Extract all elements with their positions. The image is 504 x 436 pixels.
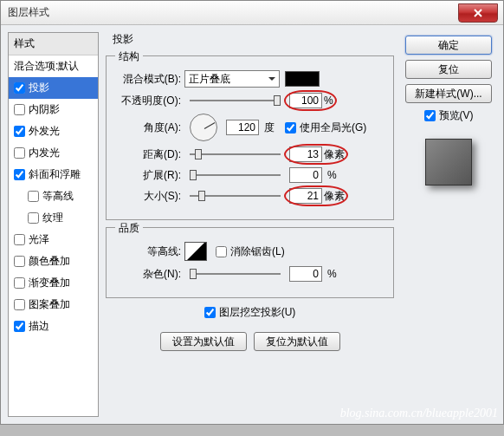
- opacity-slider[interactable]: [190, 100, 281, 101]
- opacity-label: 不透明度(O):: [113, 94, 181, 108]
- distance-slider[interactable]: [190, 153, 281, 155]
- contour-picker[interactable]: [184, 242, 207, 261]
- blend-mode-select[interactable]: 正片叠底: [184, 70, 280, 88]
- spread-label: 扩展(R):: [113, 168, 181, 183]
- distance-input[interactable]: [289, 146, 322, 162]
- close-icon: [473, 8, 483, 18]
- new-style-button[interactable]: 新建样式(W)...: [405, 84, 492, 103]
- noise-input[interactable]: [289, 266, 322, 282]
- reset-default-button[interactable]: 复位为默认值: [254, 332, 340, 351]
- global-light-checkbox[interactable]: 使用全局光(G): [285, 120, 366, 135]
- watermark: blog.sina.com.cn/blueapple2001: [340, 407, 498, 420]
- sidebar-item-6[interactable]: 纹理: [9, 207, 98, 229]
- preview-checkbox[interactable]: 预览(V): [424, 108, 474, 123]
- sidebar-header: 样式: [9, 33, 98, 55]
- size-slider[interactable]: [190, 195, 281, 197]
- window-title: 图层样式: [8, 5, 49, 20]
- distance-label: 距离(D):: [113, 147, 181, 162]
- sidebar-item-3[interactable]: 内发光: [9, 142, 98, 164]
- spread-slider[interactable]: [190, 174, 281, 176]
- quality-group: 品质 等高线: 消除锯齿(L) 杂色(N): %: [106, 227, 394, 298]
- titlebar: 图层样式: [1, 1, 503, 25]
- antialias-checkbox[interactable]: 消除锯齿(L): [216, 244, 285, 259]
- right-column: 确定 复位 新建样式(W)... 预览(V): [401, 32, 496, 417]
- noise-slider[interactable]: [190, 273, 281, 275]
- sidebar-item-2[interactable]: 外发光: [9, 120, 98, 142]
- contour-label: 等高线:: [113, 244, 181, 259]
- sidebar-item-7[interactable]: 光泽: [9, 229, 98, 251]
- close-button[interactable]: [458, 3, 498, 23]
- sidebar-item-0[interactable]: 投影: [9, 77, 98, 99]
- sidebar-item-11[interactable]: 描边: [9, 316, 98, 337]
- sidebar-item-8[interactable]: 颜色叠加: [9, 251, 98, 272]
- sidebar-item-5[interactable]: 等高线: [9, 185, 98, 207]
- ok-button[interactable]: 确定: [405, 36, 492, 55]
- size-label: 大小(S):: [113, 189, 181, 204]
- structure-title: 结构: [115, 49, 143, 64]
- cancel-button[interactable]: 复位: [405, 60, 492, 79]
- set-default-button[interactable]: 设置为默认值: [160, 332, 247, 351]
- main-panel: 投影 结构 混合模式(B): 正片叠底 不透明度(O): %: [106, 32, 394, 417]
- sidebar-blending-options[interactable]: 混合选项:默认: [9, 55, 98, 77]
- angle-dial[interactable]: [190, 114, 217, 141]
- knockout-checkbox[interactable]: 图层挖空投影(U): [106, 305, 394, 320]
- sidebar-item-9[interactable]: 渐变叠加: [9, 272, 98, 294]
- noise-label: 杂色(N):: [113, 267, 181, 282]
- angle-input[interactable]: [226, 120, 259, 135]
- opacity-input[interactable]: [289, 93, 322, 108]
- layer-style-dialog: 图层样式 样式 混合选项:默认 投影内阴影外发光内发光斜面和浮雕等高线纹理光泽颜…: [0, 0, 504, 425]
- sidebar-item-1[interactable]: 内阴影: [9, 99, 98, 120]
- styles-sidebar: 样式 混合选项:默认 投影内阴影外发光内发光斜面和浮雕等高线纹理光泽颜色叠加渐变…: [8, 32, 99, 417]
- angle-label: 角度(A):: [113, 120, 181, 135]
- preview-swatch: [425, 139, 472, 185]
- shadow-color-swatch[interactable]: [285, 71, 320, 87]
- chevron-down-icon: [268, 75, 275, 82]
- structure-group: 结构 混合模式(B): 正片叠底 不透明度(O): %: [106, 55, 394, 220]
- sidebar-item-4[interactable]: 斜面和浮雕: [9, 164, 98, 185]
- spread-input[interactable]: [289, 167, 322, 183]
- size-input[interactable]: [289, 188, 322, 204]
- blend-mode-label: 混合模式(B):: [113, 72, 181, 87]
- effect-title: 投影: [106, 32, 394, 47]
- sidebar-item-10[interactable]: 图案叠加: [9, 294, 98, 316]
- quality-title: 品质: [115, 221, 143, 236]
